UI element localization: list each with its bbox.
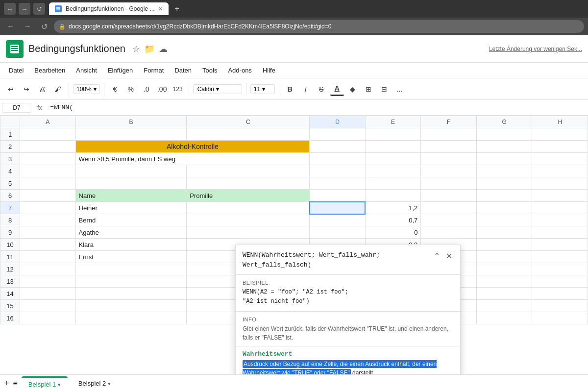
bold-button[interactable]: B [283,82,297,96]
cell-b4[interactable] [75,165,187,177]
cell-f3[interactable] [421,153,477,165]
cell-b10-klara[interactable]: Klara [75,239,187,251]
strikethrough-button[interactable]: S [315,82,328,96]
cell-a2[interactable] [20,141,76,153]
cell-b5[interactable] [75,177,187,190]
menu-hilfe[interactable]: Hilfe [258,65,280,76]
cell-f5[interactable] [421,177,477,190]
font-selector[interactable]: Calibri ▾ [193,84,242,94]
cell-e4[interactable] [365,165,421,177]
formula-input[interactable]: =WENN( [48,103,586,112]
decimal2-button[interactable]: .00 [155,82,169,96]
cell-b2-alkohol[interactable]: Alkohol-Kontrolle [75,141,310,153]
cell-e1[interactable] [365,128,421,141]
menu-icon[interactable]: ≡ [13,379,18,388]
cell-c7[interactable] [187,202,310,214]
new-tab-button[interactable]: + [174,4,179,13]
cell-b8-bernd[interactable]: Bernd [75,214,187,226]
folder-icon[interactable]: 📁 [144,44,155,54]
browser-tab[interactable]: Bedingungsfunktionen - Google ... ✕ [49,2,169,15]
popup-collapse-button[interactable]: ⌃ [433,250,441,262]
menu-einfuegen[interactable]: Einfügen [103,65,138,76]
cell-a10[interactable] [20,239,76,251]
fill-color-button[interactable]: ◆ [346,82,360,96]
cell-e5[interactable] [365,177,421,190]
cell-f1[interactable] [421,128,477,141]
font-size-selector[interactable]: 11 ▾ [250,84,275,94]
cell-h4[interactable] [532,165,588,177]
cell-d6[interactable] [310,190,366,202]
cell-e2[interactable] [365,141,421,153]
cell-f4[interactable] [421,165,477,177]
menu-ansicht[interactable]: Ansicht [71,65,102,76]
cell-c8[interactable] [187,214,310,226]
col-header-a[interactable]: A [20,116,76,128]
cell-g10[interactable] [476,239,532,251]
cell-a5[interactable] [20,177,76,190]
cell-c4[interactable] [187,165,310,177]
cell-h5[interactable] [532,177,588,190]
col-header-c[interactable]: C [187,116,310,128]
cell-h2[interactable] [532,141,588,153]
cell-h7[interactable] [532,202,588,214]
cell-b7-heiner[interactable]: Heiner [75,202,187,214]
star-icon[interactable]: ☆ [132,44,140,54]
cell-h6[interactable] [532,190,588,202]
menu-tools[interactable]: Tools [197,65,222,76]
cell-h10[interactable] [532,239,588,251]
cell-d4[interactable] [310,165,366,177]
browser-back-nav[interactable]: ← [4,20,18,33]
tab-close-button[interactable]: ✕ [158,6,163,12]
cell-a7[interactable] [20,202,76,214]
cell-d1[interactable] [310,128,366,141]
cell-a9[interactable] [20,226,76,239]
cell-g11[interactable] [476,251,532,263]
cell-b6-name[interactable]: Name [75,190,187,202]
cell-d9[interactable] [310,226,366,239]
sheet-tab-2[interactable]: Beispiel 2 ▾ [72,377,118,390]
cell-d5[interactable] [310,177,366,190]
undo-button[interactable]: ↩ [4,82,18,96]
back-button[interactable]: ← [4,3,16,15]
cell-a8[interactable] [20,214,76,226]
col-header-b[interactable]: B [75,116,187,128]
cloud-icon[interactable]: ☁ [159,44,168,54]
cell-a1[interactable] [20,128,76,141]
cell-h3[interactable] [532,153,588,165]
cell-e6[interactable] [365,190,421,202]
menu-daten[interactable]: Daten [170,65,196,76]
redo-button[interactable]: ↪ [20,82,33,96]
cell-d2[interactable] [310,141,366,153]
refresh-button[interactable]: ↺ [33,3,45,15]
cell-g8[interactable] [476,214,532,226]
cell-g3[interactable] [476,153,532,165]
cell-d3[interactable] [310,153,366,165]
cell-a6[interactable] [20,190,76,202]
popup-close-button[interactable]: ✕ [445,250,453,262]
sheet-tab-1[interactable]: Beispiel 1 ▾ [22,376,68,391]
cell-e8[interactable]: 0,7 [365,214,421,226]
cell-e9[interactable]: 0 [365,226,421,239]
cell-h11[interactable] [532,251,588,263]
cell-c1[interactable] [187,128,310,141]
cell-g9[interactable] [476,226,532,239]
cell-g2[interactable] [476,141,532,153]
cell-a3[interactable] [20,153,76,165]
cell-a11[interactable] [20,251,76,263]
col-header-f[interactable]: F [421,116,477,128]
cell-f7[interactable] [421,202,477,214]
cell-f8[interactable] [421,214,477,226]
cell-c9[interactable] [187,226,310,239]
col-header-g[interactable]: G [476,116,532,128]
cell-h9[interactable] [532,226,588,239]
menu-format[interactable]: Format [139,65,169,76]
cell-g4[interactable] [476,165,532,177]
col-header-e[interactable]: E [365,116,421,128]
menu-addons[interactable]: Add-ons [223,65,256,76]
menu-datei[interactable]: Datei [4,65,28,76]
cell-e7[interactable]: 1,2 [365,202,421,214]
cell-f2[interactable] [421,141,477,153]
col-header-h[interactable]: H [532,116,588,128]
cell-b3[interactable]: Wenn >0,5 Promille, dann FS weg [75,153,310,165]
browser-refresh-nav[interactable]: ↺ [37,20,51,33]
